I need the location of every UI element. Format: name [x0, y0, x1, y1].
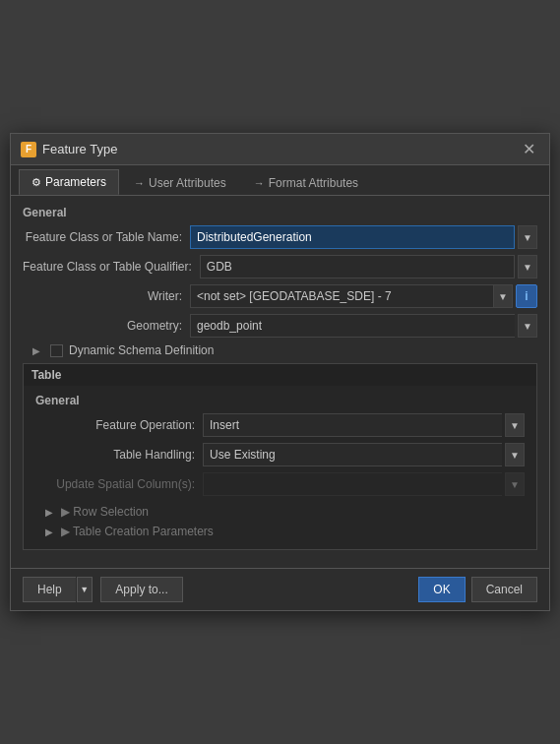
table-section: Table General Feature Operation: Insert … — [23, 363, 537, 550]
table-creation-label: ▶ Table Creation Parameters — [61, 525, 214, 538]
dialog-title: Feature Type — [42, 142, 117, 156]
table-section-header: Table — [24, 364, 536, 386]
feature-operation-control: Insert ▼ — [203, 413, 525, 437]
feature-class-control: ▼ — [190, 225, 537, 249]
writer-select[interactable]: <not set> [GEODATABASE_SDE] - 7 — [190, 284, 493, 308]
geometry-control: geodb_point ▼ — [190, 314, 537, 338]
apply-to-button[interactable]: Apply to... — [100, 577, 182, 602]
geometry-label: Geometry: — [23, 319, 190, 333]
feature-class-label: Feature Class or Table Name: — [23, 230, 190, 244]
close-button[interactable]: ✕ — [519, 140, 539, 159]
writer-control: <not set> [GEODATABASE_SDE] - 7 ▼ i — [190, 284, 537, 308]
qualifier-dropdown-btn[interactable]: ▼ — [518, 255, 537, 279]
format-attributes-tab-label: Format Attributes — [269, 176, 358, 190]
title-bar: F Feature Type ✕ — [11, 134, 549, 165]
geometry-row: Geometry: geodb_point ▼ — [23, 314, 537, 338]
qualifier-input[interactable] — [200, 255, 515, 279]
update-spatial-label: Update Spatial Column(s): — [35, 477, 203, 491]
format-attributes-tab-icon: → — [254, 177, 265, 189]
parameters-tab-label: Parameters — [45, 175, 106, 189]
tab-bar: ⚙ Parameters → User Attributes → Format … — [11, 165, 549, 196]
qualifier-row: Feature Class or Table Qualifier: ▼ — [23, 255, 537, 279]
table-creation-arrow[interactable]: ▶ — [45, 527, 57, 537]
dialog-content: General Feature Class or Table Name: ▼ F… — [11, 196, 549, 568]
update-spatial-row: Update Spatial Column(s): ▼ — [35, 472, 525, 496]
table-creation-row[interactable]: ▶ ▶ Table Creation Parameters — [35, 522, 525, 541]
qualifier-control: ▼ — [200, 255, 537, 279]
geometry-select[interactable]: geodb_point — [190, 314, 515, 338]
ok-button[interactable]: OK — [418, 577, 465, 602]
dynamic-schema-arrow[interactable]: ▶ — [32, 345, 44, 356]
table-handling-row: Table Handling: Use Existing ▼ — [35, 443, 525, 466]
update-spatial-select — [203, 472, 502, 496]
dialog-footer: Help ▼ Apply to... OK Cancel — [11, 568, 549, 610]
table-general-label: General — [35, 394, 525, 407]
row-selection-arrow[interactable]: ▶ — [45, 507, 57, 518]
tab-user-attributes[interactable]: → User Attributes — [121, 169, 239, 195]
feature-class-input[interactable] — [190, 225, 515, 249]
footer-right: OK Cancel — [418, 577, 537, 602]
table-handling-dropdown-btn[interactable]: ▼ — [505, 443, 525, 466]
table-handling-select[interactable]: Use Existing — [203, 443, 502, 466]
feature-type-icon: F — [21, 142, 36, 157]
cancel-button[interactable]: Cancel — [471, 577, 537, 602]
feature-operation-row: Feature Operation: Insert ▼ — [35, 413, 525, 437]
user-attributes-tab-icon: → — [134, 177, 145, 189]
row-selection-row[interactable]: ▶ ▶ Row Selection — [35, 502, 525, 522]
table-handling-control: Use Existing ▼ — [203, 443, 525, 466]
writer-info-button[interactable]: i — [516, 284, 537, 308]
parameters-tab-icon: ⚙ — [31, 176, 41, 189]
qualifier-label: Feature Class or Table Qualifier: — [23, 260, 200, 274]
help-button[interactable]: Help — [23, 577, 76, 602]
writer-label: Writer: — [23, 289, 190, 303]
dynamic-schema-checkbox[interactable] — [50, 344, 63, 357]
dynamic-schema-row: ▶ Dynamic Schema Definition — [23, 343, 537, 357]
feature-class-row: Feature Class or Table Name: ▼ — [23, 225, 537, 249]
footer-left: Help ▼ Apply to... — [23, 577, 183, 602]
feature-operation-select[interactable]: Insert — [203, 413, 502, 437]
writer-row: Writer: <not set> [GEODATABASE_SDE] - 7 … — [23, 284, 537, 308]
writer-dropdown-btn[interactable]: ▼ — [493, 284, 513, 308]
update-spatial-dropdown-btn: ▼ — [505, 472, 525, 496]
help-arrow-button[interactable]: ▼ — [77, 577, 93, 602]
general-section-label: General — [23, 206, 537, 219]
title-bar-left: F Feature Type — [21, 142, 117, 157]
dynamic-schema-label: Dynamic Schema Definition — [69, 343, 214, 357]
tab-parameters[interactable]: ⚙ Parameters — [19, 169, 119, 195]
geometry-dropdown-btn[interactable]: ▼ — [518, 314, 537, 338]
feature-operation-label: Feature Operation: — [35, 418, 203, 432]
writer-select-wrap: <not set> [GEODATABASE_SDE] - 7 ▼ — [190, 284, 513, 308]
row-selection-label: ▶ Row Selection — [61, 505, 149, 519]
update-spatial-control: ▼ — [203, 472, 525, 496]
table-section-content: General Feature Operation: Insert ▼ Tabl… — [24, 386, 536, 549]
tab-format-attributes[interactable]: → Format Attributes — [241, 169, 371, 195]
user-attributes-tab-label: User Attributes — [149, 176, 226, 190]
feature-type-dialog: F Feature Type ✕ ⚙ Parameters → User Att… — [10, 133, 550, 611]
feature-class-dropdown-btn[interactable]: ▼ — [518, 225, 537, 249]
feature-operation-dropdown-btn[interactable]: ▼ — [505, 413, 525, 437]
table-handling-label: Table Handling: — [35, 448, 203, 462]
